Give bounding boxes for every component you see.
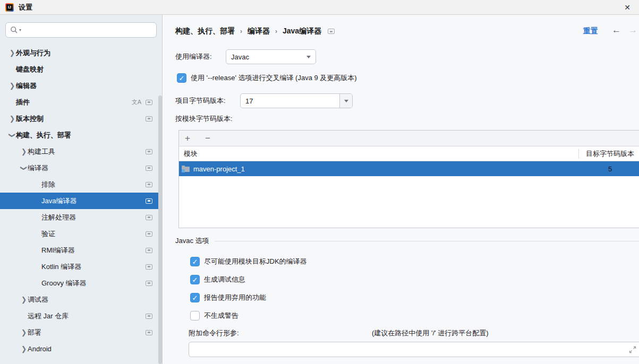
module-name: maven-project_1 — [193, 165, 245, 173]
screen-icon — [146, 182, 152, 187]
option-row: 报告使用弃用的功能 — [190, 292, 266, 304]
chevron-down-icon[interactable]: ❯ — [20, 164, 28, 172]
sidebar-item-java-compiler[interactable]: ❯ Java编译器 — [0, 193, 162, 209]
cmdline-params-input[interactable] — [193, 345, 629, 353]
sidebar-item-remote-jar-repositories[interactable]: ❯ 远程 Jar 仓库 — [0, 308, 162, 324]
no-warnings-checkbox[interactable] — [190, 311, 200, 320]
chevron-right-icon[interactable]: ❯ — [20, 296, 28, 304]
sidebar-item-build-tools[interactable]: ❯ 构建工具 — [0, 143, 162, 160]
screen-icon — [146, 166, 152, 171]
project-bytecode-label: 项目字节码版本: — [175, 96, 226, 106]
debug-info-checkbox[interactable] — [190, 275, 200, 284]
chevron-right-icon[interactable]: ❯ — [8, 115, 16, 123]
remove-module-button[interactable]: − — [202, 134, 213, 143]
sidebar-item-keymap[interactable]: ❯ 键盘映射 — [0, 61, 162, 77]
sidebar-item-excludes[interactable]: ❯ 排除 — [0, 176, 162, 193]
project-bytecode-value[interactable]: 17 — [241, 94, 339, 108]
sidebar-item-kotlin-compiler[interactable]: ❯ Kotlin 编译器 — [0, 258, 162, 275]
sidebar-item-version-control[interactable]: ❯ 版本控制 — [0, 110, 162, 127]
sidebar-item-validation[interactable]: ❯ 验证 — [0, 226, 162, 242]
sidebar-item-groovy-compiler[interactable]: ❯ Groovy 编译器 — [0, 275, 162, 291]
screen-icon — [146, 264, 152, 270]
forward-arrow-icon: → — [628, 25, 637, 36]
app-logo-icon — [5, 3, 14, 12]
breadcrumb-build-execution-deployment[interactable]: 构建、执行、部署 — [175, 27, 235, 36]
title-bar: 设置 ✕ — [0, 0, 639, 15]
table-row[interactable]: maven-project_1 5 — [179, 161, 639, 176]
option-row: 不生成警告 — [190, 310, 238, 322]
settings-tree: ❯ 外观与行为 ❯ 键盘映射 ❯ 编辑器 ❯ 插件 文A ❯ 版本控制 ❯ 构建… — [0, 45, 162, 364]
module-folder-icon — [182, 166, 190, 172]
javac-options-section: Javac 选项 — [175, 237, 639, 245]
translate-icon: 文A — [132, 98, 141, 106]
chevron-right-icon[interactable]: ❯ — [8, 49, 16, 57]
release-checkbox-label: 使用 '--release' 选项进行交叉编译 (Java 9 及更高版本) — [191, 73, 357, 83]
sidebar-item-deployment[interactable]: ❯ 部署 — [0, 324, 162, 341]
chevron-down-icon — [344, 100, 348, 102]
screen-icon — [146, 116, 152, 122]
release-option-row: 使用 '--release' 选项进行交叉编译 (Java 9 及更高版本) — [177, 72, 357, 84]
sidebar-item-compiler[interactable]: ❯ 编译器 — [0, 160, 162, 176]
report-deprecation-checkbox[interactable] — [190, 293, 200, 302]
chevron-right-icon[interactable]: ❯ — [20, 328, 28, 336]
breadcrumb-compiler[interactable]: 编译器 — [248, 27, 270, 36]
breadcrumb-java-compiler: Java编译器 — [283, 27, 321, 36]
screen-icon — [146, 248, 152, 253]
screen-icon — [146, 149, 152, 154]
window-title: 设置 — [19, 3, 32, 12]
screen-icon — [146, 330, 152, 335]
sidebar-item-debugger[interactable]: ❯ 调试器 — [0, 291, 162, 308]
project-bytecode-combobox[interactable]: 17 — [240, 93, 353, 108]
per-module-bytecode-label: 按模块字节码版本: — [175, 114, 233, 124]
javac-options-label: Javac 选项 — [175, 236, 209, 246]
sidebar-item-build-execution-deployment[interactable]: ❯ 构建、执行、部署 — [0, 127, 162, 143]
table-toolbar: + − — [179, 131, 639, 146]
search-input[interactable]: ▾ — [5, 22, 157, 38]
combobox-dropdown-button[interactable] — [339, 94, 352, 108]
search-icon — [10, 26, 18, 34]
target-bytecode-value[interactable]: 5 — [579, 165, 639, 173]
reset-link[interactable]: 重置 — [583, 27, 598, 36]
sidebar-item-annotation-processors[interactable]: ❯ 注解处理器 — [0, 209, 162, 226]
chevron-right-icon[interactable]: ❯ — [8, 82, 16, 90]
chevron-down-icon — [306, 56, 311, 58]
option-row: 尽可能使用模块目标JDK的编译器 — [190, 256, 307, 267]
target-bytecode-column-header[interactable]: 目标字节码版本 — [579, 149, 639, 159]
sidebar-item-android[interactable]: ❯ Android — [0, 341, 162, 357]
screen-icon — [146, 281, 152, 286]
screen-icon — [328, 29, 335, 34]
sidebar-item-rmi-compiler[interactable]: ❯ RMI编译器 — [0, 242, 162, 258]
search-history-caret-icon[interactable]: ▾ — [19, 28, 21, 32]
sidebar-scrollbar[interactable] — [158, 96, 162, 364]
sidebar-item-appearance-behavior[interactable]: ❯ 外观与行为 — [0, 45, 162, 61]
compiler-select[interactable]: Javac — [226, 49, 316, 64]
screen-icon — [146, 100, 152, 105]
cmdline-params-field — [189, 342, 639, 357]
module-column-header[interactable]: 模块 — [179, 149, 578, 159]
cmdline-params-hint: (建议在路径中使用 '/' 进行跨平台配置) — [372, 328, 488, 338]
release-checkbox[interactable] — [177, 73, 186, 83]
table-header: 模块 目标字节码版本 — [179, 146, 639, 161]
add-module-button[interactable]: + — [182, 134, 193, 143]
close-icon[interactable]: ✕ — [621, 3, 634, 12]
screen-icon — [146, 215, 152, 220]
option-row: 生成调试信息 — [190, 274, 245, 285]
use-module-jdk-checkbox[interactable] — [190, 257, 200, 266]
back-arrow-icon[interactable]: ← — [612, 25, 621, 36]
chevron-right-icon[interactable]: ❯ — [20, 345, 28, 353]
cmdline-params-label: 附加命令行形参: — [189, 328, 239, 338]
use-compiler-label: 使用编译器: — [175, 52, 212, 62]
per-module-bytecode-table: + − 模块 目标字节码版本 maven-project_1 5 — [178, 130, 639, 228]
screen-icon — [146, 231, 152, 237]
screen-icon — [146, 314, 152, 319]
sidebar-item-editor[interactable]: ❯ 编辑器 — [0, 77, 162, 94]
settings-sidebar: ▾ ❯ 外观与行为 ❯ 键盘映射 ❯ 编辑器 ❯ 插件 文A ❯ 版本控制 ❯ … — [0, 15, 163, 364]
breadcrumb: 构建、执行、部署 › 编译器 › Java编译器 — [175, 24, 335, 38]
chevron-right-icon[interactable]: ❯ — [20, 148, 28, 155]
sidebar-item-plugins[interactable]: ❯ 插件 文A — [0, 94, 162, 110]
expand-icon[interactable] — [629, 346, 636, 353]
java-compiler-settings-panel: 构建、执行、部署 › 编译器 › Java编译器 重置 ← → 使用编译器: J… — [163, 15, 639, 364]
section-divider — [215, 241, 639, 241]
screen-icon — [146, 198, 152, 204]
chevron-down-icon[interactable]: ❯ — [8, 132, 16, 139]
